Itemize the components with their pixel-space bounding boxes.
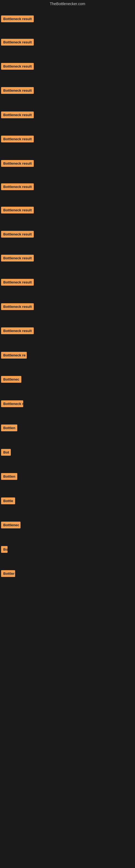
bottleneck-item-2[interactable]: Bottleneck result xyxy=(1,39,34,46)
bottleneck-item-3[interactable]: Bottleneck result xyxy=(1,63,34,71)
bottleneck-item-10[interactable]: Bottleneck result xyxy=(1,231,34,239)
bottleneck-item-13[interactable]: Bottleneck result xyxy=(1,303,34,311)
bottleneck-item-5[interactable]: Bottleneck result xyxy=(1,112,34,119)
items-container xyxy=(0,8,135,12)
bottleneck-item-23[interactable]: Bo xyxy=(1,546,8,554)
bottleneck-badge-22[interactable]: Bottlenec xyxy=(1,522,20,528)
bottleneck-badge-7[interactable]: Bottleneck result xyxy=(1,160,34,167)
bottleneck-badge-3[interactable]: Bottleneck result xyxy=(1,63,34,70)
bottleneck-badge-9[interactable]: Bottleneck result xyxy=(1,207,34,214)
bottleneck-badge-19[interactable]: Bot xyxy=(1,449,11,456)
bottleneck-badge-20[interactable]: Bottlen xyxy=(1,473,17,480)
bottleneck-badge-16[interactable]: Bottlenec xyxy=(1,376,21,383)
bottleneck-badge-18[interactable]: Bottlen xyxy=(1,425,17,431)
bottleneck-badge-10[interactable]: Bottleneck result xyxy=(1,231,34,238)
bottleneck-item-8[interactable]: Bottleneck result xyxy=(1,183,34,191)
bottleneck-badge-5[interactable]: Bottleneck result xyxy=(1,112,34,118)
bottleneck-item-15[interactable]: Bottleneck re xyxy=(1,352,27,360)
bottleneck-item-18[interactable]: Bottlen xyxy=(1,425,17,432)
bottleneck-badge-23[interactable]: Bo xyxy=(1,546,8,553)
bottleneck-item-7[interactable]: Bottleneck result xyxy=(1,160,34,168)
bottleneck-badge-2[interactable]: Bottleneck result xyxy=(1,39,34,45)
bottleneck-item-1[interactable]: Bottleneck result xyxy=(1,16,34,23)
bottleneck-badge-17[interactable]: Bottleneck r xyxy=(1,400,23,407)
bottleneck-item-14[interactable]: Bottleneck result xyxy=(1,328,34,335)
bottleneck-badge-6[interactable]: Bottleneck result xyxy=(1,135,34,143)
bottleneck-badge-1[interactable]: Bottleneck result xyxy=(1,16,34,22)
bottleneck-item-19[interactable]: Bot xyxy=(1,449,11,457)
bottleneck-badge-21[interactable]: Bottle xyxy=(1,497,15,504)
site-title: TheBottlenecker.com xyxy=(0,0,135,8)
bottleneck-badge-4[interactable]: Bottleneck result xyxy=(1,87,34,94)
bottleneck-badge-13[interactable]: Bottleneck result xyxy=(1,303,34,310)
bottleneck-badge-15[interactable]: Bottleneck re xyxy=(1,352,27,359)
bottleneck-item-20[interactable]: Bottlen xyxy=(1,473,17,481)
bottleneck-badge-12[interactable]: Bottleneck result xyxy=(1,279,34,286)
bottleneck-badge-11[interactable]: Bottleneck result xyxy=(1,255,34,261)
bottleneck-badge-24[interactable]: Bottler xyxy=(1,570,15,577)
bottleneck-badge-14[interactable]: Bottleneck result xyxy=(1,328,34,334)
bottleneck-badge-8[interactable]: Bottleneck result xyxy=(1,183,34,190)
bottleneck-item-4[interactable]: Bottleneck result xyxy=(1,87,34,95)
bottleneck-item-22[interactable]: Bottlenec xyxy=(1,522,20,529)
bottleneck-item-12[interactable]: Bottleneck result xyxy=(1,279,34,287)
bottleneck-item-17[interactable]: Bottleneck r xyxy=(1,400,23,408)
bottleneck-item-24[interactable]: Bottler xyxy=(1,570,15,578)
bottleneck-item-21[interactable]: Bottle xyxy=(1,497,15,505)
bottleneck-item-16[interactable]: Bottlenec xyxy=(1,376,21,384)
site-title-text: TheBottlenecker.com xyxy=(50,2,85,6)
bottleneck-item-6[interactable]: Bottleneck result xyxy=(1,135,34,144)
bottleneck-item-11[interactable]: Bottleneck result xyxy=(1,255,34,262)
bottleneck-item-9[interactable]: Bottleneck result xyxy=(1,207,34,215)
